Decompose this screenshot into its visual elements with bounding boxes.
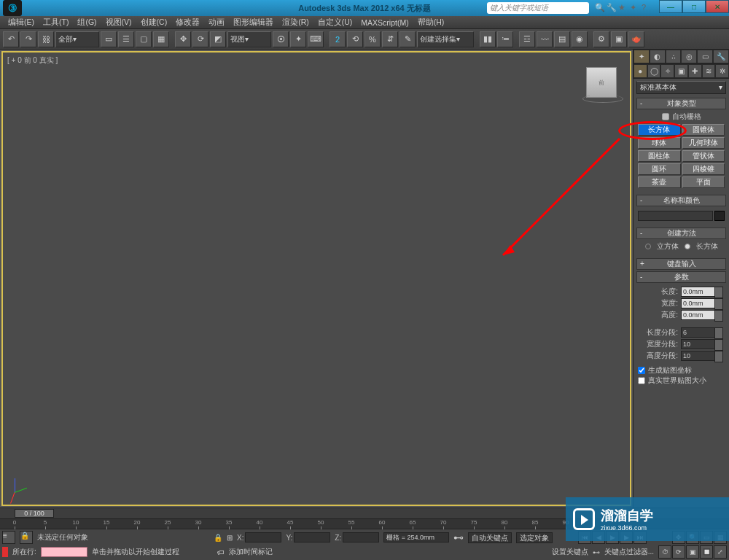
render-icon[interactable]: 🫖 <box>628 31 644 47</box>
rollout-namecolor-header[interactable]: -名称和颜色 <box>636 195 726 206</box>
menu-view[interactable]: 视图(V) <box>102 18 136 28</box>
selected-sets[interactable]: 选定对象 <box>516 532 553 543</box>
spinner-snap-icon[interactable]: ⇵ <box>382 31 398 47</box>
help-search-input[interactable]: 键入关键字或短语 <box>487 2 589 14</box>
time-slider-knob[interactable]: 0 / 100 <box>15 509 54 518</box>
object-name-input[interactable] <box>638 211 713 221</box>
mirror-icon[interactable]: ▮▮ <box>480 31 496 47</box>
coord-x-input[interactable] <box>245 532 281 542</box>
tab-utilities-icon[interactable]: 🔧 <box>713 50 729 63</box>
material-editor-icon[interactable]: ◉ <box>572 31 588 47</box>
heiseg-spinner[interactable]: 10 <box>681 351 716 361</box>
btn-sphere[interactable]: 球体 <box>638 137 681 149</box>
menu-customize[interactable]: 自定义(U) <box>314 18 356 28</box>
btn-cone[interactable]: 圆锥体 <box>682 124 725 136</box>
cat-lights-icon[interactable]: ✧ <box>660 64 674 78</box>
btn-geosphere[interactable]: 几何球体 <box>682 137 725 149</box>
maximize-vp-icon[interactable]: ▣ <box>686 545 699 559</box>
move-icon[interactable]: ✥ <box>175 31 191 47</box>
btn-pyramid[interactable]: 四棱锥 <box>682 163 725 175</box>
coord-toggle-icon[interactable]: ⊞ <box>227 534 233 542</box>
height-spinner[interactable]: 0.0mm <box>681 310 716 320</box>
width-spinner[interactable]: 0.0mm <box>681 298 716 308</box>
object-color-swatch[interactable] <box>714 211 725 221</box>
star-icon[interactable]: ★ <box>618 3 628 13</box>
zoom-region-icon[interactable]: 🔲 <box>700 545 713 559</box>
tab-modify-icon[interactable]: ◐ <box>650 50 666 63</box>
snap-2d-icon[interactable]: 2 <box>330 31 346 47</box>
redo-icon[interactable]: ↷ <box>20 31 36 47</box>
ref-coord-dropdown[interactable]: 视图 ▾ <box>227 31 271 47</box>
btn-torus[interactable]: 圆环 <box>638 163 681 175</box>
kbd-shortcut-icon[interactable]: ⌨ <box>308 31 324 47</box>
minimize-button[interactable]: — <box>659 0 682 13</box>
cat-spacewarps-icon[interactable]: ≋ <box>702 64 716 78</box>
lock-icon[interactable]: 🔒 <box>20 531 33 544</box>
coord-z-input[interactable] <box>343 532 379 542</box>
undo-icon[interactable]: ↶ <box>3 31 19 47</box>
use-pivot-icon[interactable]: ⦿ <box>273 31 289 47</box>
maximize-button[interactable]: □ <box>682 0 706 13</box>
btn-tube[interactable]: 管状体 <box>682 150 725 162</box>
menu-maxscript[interactable]: MAXScript(M) <box>357 18 412 27</box>
snap-angle-icon[interactable]: ⟲ <box>347 31 363 47</box>
rotate-icon[interactable]: ⟳ <box>192 31 208 47</box>
lenseg-spinner[interactable]: 6 <box>681 327 716 338</box>
named-selection-dropdown[interactable]: 创建选择集 ▾ <box>417 31 474 47</box>
binoculars-icon[interactable]: 🔍 <box>595 3 605 13</box>
menu-help[interactable]: 帮助(H) <box>414 18 448 28</box>
rollout-kbd-header[interactable]: +键盘输入 <box>636 258 726 270</box>
curve-editor-icon[interactable]: 〰 <box>537 31 553 47</box>
link-icon[interactable]: ⛓ <box>38 31 54 47</box>
length-spinner[interactable]: 0.0mm <box>681 287 716 297</box>
layers-icon[interactable]: ☲ <box>519 31 535 47</box>
widseg-spinner[interactable]: 10 <box>681 339 716 349</box>
viewport-label[interactable]: [ + 0 前 0 真实 ] <box>7 55 58 66</box>
tab-motion-icon[interactable]: ◎ <box>681 50 697 63</box>
setkey-button[interactable]: 设置关键点 <box>552 547 588 557</box>
menu-tools[interactable]: 工具(T) <box>39 18 72 28</box>
help-icon[interactable]: ? <box>642 3 652 13</box>
select-manip-icon[interactable]: ✦ <box>290 31 306 47</box>
render-setup-icon[interactable]: ⚙ <box>593 31 609 47</box>
add-time-tag[interactable]: 添加时间标记 <box>229 547 273 557</box>
align-icon[interactable]: ≔ <box>497 31 513 47</box>
cat-systems-icon[interactable]: ✲ <box>715 64 729 78</box>
key-mode-icon[interactable]: ⊷ <box>593 548 600 556</box>
menu-modifiers[interactable]: 修改器 <box>172 18 203 28</box>
menu-grapheditors[interactable]: 图形编辑器 <box>230 18 277 28</box>
genmap-checkbox[interactable] <box>638 367 645 374</box>
btn-cylinder[interactable]: 圆柱体 <box>638 150 681 162</box>
mini-listener-icon[interactable]: ≡ <box>2 531 15 544</box>
rollout-objtype-header[interactable]: -对象类型 <box>636 98 726 109</box>
btn-box[interactable]: 长方体 <box>638 124 681 136</box>
keyfilter-button[interactable]: 关键点过滤器... <box>604 547 654 557</box>
menu-edit[interactable]: 编辑(E) <box>4 18 38 28</box>
orbits-icon[interactable]: ⟳ <box>672 545 685 559</box>
edit-named-sel-icon[interactable]: ✎ <box>399 31 416 47</box>
snap-percent-icon[interactable]: % <box>364 31 381 47</box>
menu-animation[interactable]: 动画 <box>205 18 228 28</box>
cat-helpers-icon[interactable]: ✚ <box>688 64 702 78</box>
close-button[interactable]: ✕ <box>706 0 729 13</box>
key-toggle-icon[interactable]: ⊷ <box>453 532 464 543</box>
select-by-name-icon[interactable]: ☰ <box>118 31 134 47</box>
rect-region-icon[interactable]: ▢ <box>136 31 152 47</box>
btn-plane[interactable]: 平面 <box>682 176 725 188</box>
coord-y-input[interactable] <box>294 532 330 542</box>
time-config-icon[interactable]: ⏱ <box>658 545 671 559</box>
tab-hierarchy-icon[interactable]: ⛬ <box>666 50 682 63</box>
rollout-method-header[interactable]: -创建方法 <box>636 228 726 239</box>
cat-cameras-icon[interactable]: ▣ <box>674 64 688 78</box>
time-tag-icon[interactable]: 🏷 <box>217 548 225 556</box>
viewcube[interactable]: 前 <box>586 67 617 98</box>
zoom-extents-icon[interactable]: ⤢ <box>714 545 727 559</box>
wrench-icon[interactable]: 🔧 <box>607 3 617 13</box>
btn-teapot[interactable]: 茶壶 <box>638 176 681 188</box>
selection-filter-dropdown[interactable]: 全部 ▾ <box>55 31 99 47</box>
schematic-icon[interactable]: ▤ <box>554 31 570 47</box>
starplus-icon[interactable]: ✦ <box>630 3 640 13</box>
scale-icon[interactable]: ◩ <box>210 31 226 47</box>
menu-create[interactable]: 创建(C) <box>137 18 171 28</box>
listener-input[interactable] <box>41 547 87 557</box>
